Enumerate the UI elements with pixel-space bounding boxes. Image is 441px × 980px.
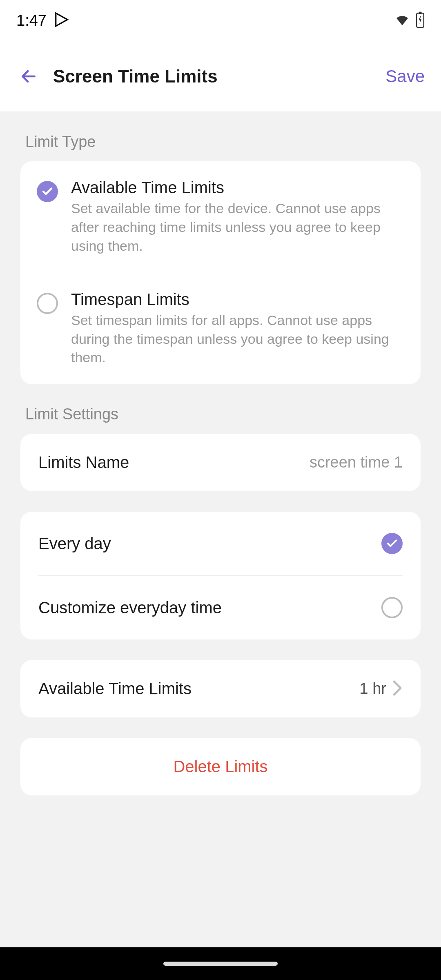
limit-type-card: Available Time Limits Set available time…: [20, 161, 421, 384]
schedule-card: Every day Customize everyday time: [20, 512, 421, 639]
home-indicator[interactable]: [163, 962, 278, 966]
option-timespan[interactable]: Timespan Limits Set timespan limits for …: [37, 273, 404, 385]
option-desc: Set timespan limits for all apps. Cannot…: [71, 311, 404, 368]
schedule-customize[interactable]: Customize everyday time: [38, 575, 403, 639]
back-arrow-icon: [20, 67, 38, 85]
delete-label: Delete Limits: [173, 757, 267, 776]
chevron-right-icon: [392, 680, 403, 698]
wifi-icon: [394, 11, 411, 30]
delete-button[interactable]: Delete Limits: [20, 738, 421, 795]
radio-unselected-icon: [37, 293, 58, 314]
status-bar: 1:47: [0, 0, 441, 41]
page-title: Screen Time Limits: [53, 66, 385, 87]
option-available-time[interactable]: Available Time Limits Set available time…: [20, 161, 421, 273]
back-button[interactable]: [16, 64, 41, 89]
option-title: Timespan Limits: [71, 290, 404, 309]
time-value: 1 hr: [360, 680, 386, 697]
schedule-label: Customize everyday time: [38, 599, 222, 617]
schedule-every-day[interactable]: Every day: [20, 512, 421, 575]
time-label: Available Time Limits: [38, 679, 192, 698]
available-time-row[interactable]: Available Time Limits 1 hr: [20, 660, 421, 717]
section-limit-settings: Limit Settings: [20, 384, 421, 434]
check-on-icon: [381, 533, 403, 554]
app-header: Screen Time Limits Save: [0, 41, 441, 112]
nav-bar: [0, 947, 441, 980]
status-time: 1:47: [16, 12, 47, 29]
section-limit-type: Limit Type: [20, 112, 421, 161]
schedule-label: Every day: [38, 535, 111, 553]
option-desc: Set available time for the device. Canno…: [71, 199, 404, 256]
option-title: Available Time Limits: [71, 178, 404, 197]
check-off-icon: [381, 597, 403, 618]
radio-selected-icon: [37, 181, 58, 202]
play-store-icon: [54, 12, 69, 29]
limits-name-label: Limits Name: [38, 453, 129, 472]
save-button[interactable]: Save: [385, 67, 425, 86]
battery-icon: [416, 11, 425, 30]
limits-name-row[interactable]: Limits Name screen time 1: [20, 434, 421, 491]
svg-rect-1: [419, 12, 422, 14]
limits-name-value: screen time 1: [310, 454, 403, 471]
